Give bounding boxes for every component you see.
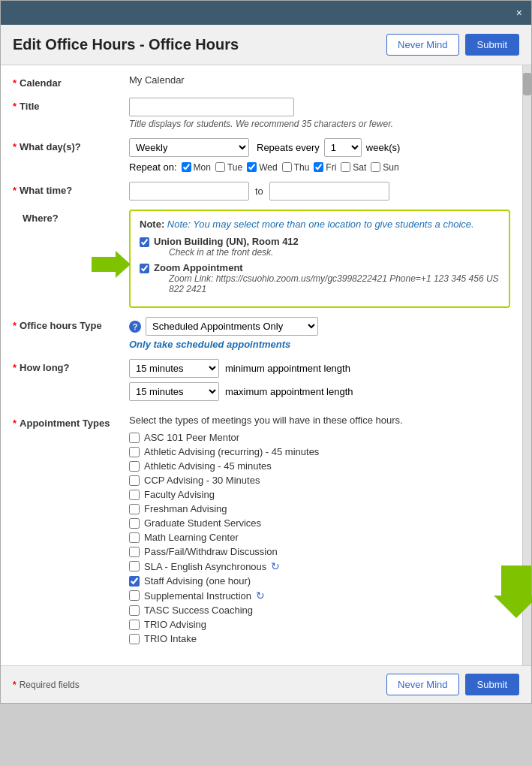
office-type-label: Office hours Type — [20, 320, 102, 331]
appt-type-tasc-checkbox[interactable] — [129, 605, 140, 616]
location-union-checkbox[interactable] — [140, 237, 149, 247]
max-duration-select[interactable]: 15 minutes 30 minutes 45 minutes 60 minu… — [129, 382, 219, 401]
day-sun-label[interactable]: Sun — [371, 162, 398, 173]
appt-type-athletic-label: Athletic Advising - 45 minutes — [144, 460, 272, 472]
time-required-star: * — [13, 185, 17, 196]
end-time-input[interactable]: 5:00 pm — [269, 182, 389, 201]
appt-type-graduate-label: Graduate Student Services — [144, 517, 261, 529]
time-label: What time? — [20, 185, 72, 196]
appt-type-athletic-rec-label: Athletic Advising (recurring) - 45 minut… — [144, 446, 319, 457]
day-fri-checkbox[interactable] — [314, 162, 323, 172]
day-mon-label[interactable]: Mon — [182, 162, 211, 173]
where-box: Note: Note: You may select more than one… — [129, 210, 510, 308]
location-zoom: Zoom Appointment Zoom Link: https://csuo… — [140, 262, 500, 294]
office-type-select[interactable]: Scheduled Appointments Only Walk-in Both — [146, 317, 318, 336]
appt-type-athletic-rec-checkbox[interactable] — [129, 447, 140, 457]
day-sat-label[interactable]: Sat — [341, 162, 366, 173]
appt-type-ccp-checkbox[interactable] — [129, 475, 140, 486]
appt-type-trio-adv: TRIO Advising — [129, 619, 510, 630]
min-duration-select[interactable]: 15 minutes 30 minutes 45 minutes 60 minu… — [129, 359, 219, 378]
calendar-value: My Calendar — [129, 71, 185, 86]
appt-type-graduate-checkbox[interactable] — [129, 518, 140, 529]
max-label: maximum appointment length — [225, 386, 353, 397]
location-zoom-checkbox[interactable] — [140, 264, 149, 273]
day-tue-checkbox[interactable] — [215, 162, 225, 172]
day-thu-checkbox[interactable] — [282, 162, 292, 172]
appt-type-athletic-rec: Athletic Advising (recurring) - 45 minut… — [129, 446, 510, 457]
appt-type-ccp: CCP Advising - 30 Minutes — [129, 475, 510, 486]
days-required-star: * — [13, 141, 17, 152]
scrollbar[interactable] — [522, 65, 531, 665]
frequency-select[interactable]: Weekly Daily Monthly — [129, 138, 249, 157]
howlong-label: How long? — [20, 362, 69, 373]
sla-refresh-icon[interactable]: ↻ — [271, 560, 280, 572]
footer-nevermind-button[interactable]: Never Mind — [386, 674, 458, 695]
day-wed-checkbox[interactable] — [247, 162, 257, 172]
appt-type-staff-checkbox[interactable] — [129, 576, 140, 587]
appt-type-sla: SLA - English Asynchronous ↻ — [129, 560, 510, 572]
start-time-input[interactable]: 1:00 pm — [129, 182, 249, 201]
appt-type-athletic-checkbox[interactable] — [129, 461, 140, 472]
appt-type-trio-int-label: TRIO Intake — [144, 633, 197, 644]
title-hint: Title displays for students. We recommen… — [129, 119, 510, 129]
appt-type-supplemental: Supplemental Instruction ↻ — [129, 590, 510, 602]
location-union-sub: Check in at the front desk. — [169, 247, 299, 258]
appt-type-faculty-checkbox[interactable] — [129, 490, 140, 500]
close-icon[interactable]: × — [516, 7, 522, 19]
day-thu-label[interactable]: Thu — [282, 162, 310, 173]
day-sun-checkbox[interactable] — [371, 162, 380, 172]
title-input[interactable]: Office Hours — [129, 98, 294, 116]
appt-type-supplemental-checkbox[interactable] — [129, 590, 140, 601]
location-union: Union Building (UN), Room 412 Check in a… — [140, 236, 500, 258]
header-nevermind-button[interactable]: Never Mind — [386, 34, 458, 56]
location-zoom-name: Zoom Appointment — [154, 262, 500, 273]
appt-type-passfail: Pass/Fail/Withdraw Discussion — [129, 546, 510, 557]
appt-type-trio-adv-checkbox[interactable] — [129, 620, 140, 630]
location-union-label[interactable]: Union Building (UN), Room 412 Check in a… — [140, 236, 500, 258]
calendar-required-star: * — [13, 77, 17, 89]
day-sat-checkbox[interactable] — [341, 162, 350, 172]
appt-type-staff: Staff Advising (one hour) — [129, 575, 510, 587]
appt-type-passfail-checkbox[interactable] — [129, 547, 140, 557]
header-submit-button[interactable]: Submit — [465, 34, 519, 56]
appt-type-tasc-label: TASC Success Coaching — [144, 605, 253, 616]
appt-type-math-checkbox[interactable] — [129, 532, 140, 543]
appt-types-label: Appointment Types — [20, 418, 110, 429]
location-zoom-label[interactable]: Zoom Appointment Zoom Link: https://csuo… — [140, 262, 500, 294]
day-fri-label[interactable]: Fri — [314, 162, 336, 173]
day-wed-label[interactable]: Wed — [247, 162, 277, 173]
appt-type-math-label: Math Learning Center — [144, 532, 239, 543]
days-label: What day(s)? — [20, 141, 81, 152]
help-icon[interactable]: ? — [129, 321, 141, 333]
appt-type-freshman: Freshman Advising — [129, 503, 510, 514]
appt-type-tasc: TASC Success Coaching — [129, 605, 510, 616]
day-mon-checkbox[interactable] — [182, 162, 191, 172]
appt-types-required-star: * — [13, 418, 17, 429]
appt-type-asc101-label: ASC 101 Peer Mentor — [144, 432, 239, 443]
footer-required-text: Required fields — [20, 680, 80, 690]
appt-type-ccp-label: CCP Advising - 30 Minutes — [144, 475, 260, 486]
appt-type-sla-label: SLA - English Asynchronous — [144, 561, 266, 572]
to-label: to — [255, 185, 263, 197]
appt-type-asc101-checkbox[interactable] — [129, 433, 140, 443]
appt-type-athletic: Athletic Advising - 45 minutes — [129, 460, 510, 472]
supplemental-refresh-icon[interactable]: ↻ — [256, 590, 265, 602]
footer-submit-button[interactable]: Submit — [465, 674, 519, 695]
howlong-required-star: * — [13, 362, 17, 373]
svg-marker-1 — [494, 565, 532, 618]
appt-type-trio-int: TRIO Intake — [129, 633, 510, 644]
appt-type-faculty-label: Faculty Advising — [144, 489, 215, 500]
appt-type-trio-adv-label: TRIO Advising — [144, 619, 206, 630]
appt-type-trio-int-checkbox[interactable] — [129, 634, 140, 644]
appt-type-passfail-label: Pass/Fail/Withdraw Discussion — [144, 546, 278, 557]
repeats-number-select[interactable]: 1 2 3 — [324, 138, 362, 157]
repeat-on-label: Repeat on: — [129, 161, 177, 173]
appt-type-freshman-label: Freshman Advising — [144, 503, 227, 514]
where-label: Where? — [23, 213, 59, 224]
title-required-star: * — [13, 101, 17, 112]
appt-type-sla-checkbox[interactable] — [129, 561, 140, 571]
appt-type-freshman-checkbox[interactable] — [129, 504, 140, 514]
day-tue-label[interactable]: Tue — [215, 162, 242, 173]
svg-marker-0 — [92, 251, 131, 278]
page-title: Edit Office Hours - Office Hours — [13, 36, 239, 53]
